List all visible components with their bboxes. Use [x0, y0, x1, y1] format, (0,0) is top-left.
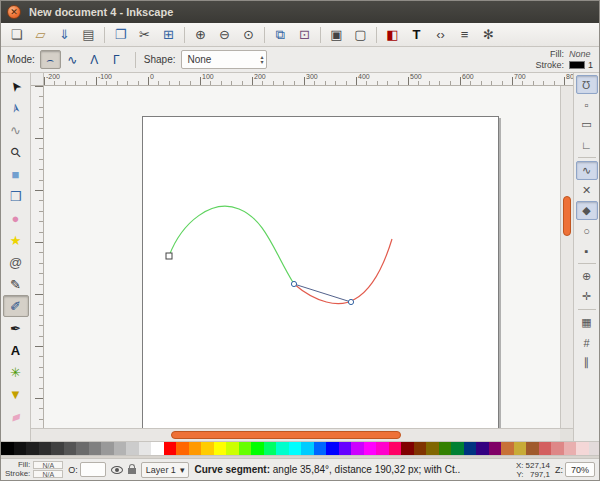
path-circle-node[interactable] — [348, 299, 353, 304]
zoom-in[interactable]: ⊕ — [189, 25, 212, 45]
ellipse-tool[interactable]: ● — [3, 207, 29, 229]
snap-toggle[interactable]: Ω — [576, 75, 598, 94]
snap-bbox-edges[interactable]: ▭ — [576, 115, 598, 134]
paste[interactable]: ⊞ — [157, 25, 180, 45]
horizontal-scrollbar[interactable] — [44, 429, 560, 441]
control-handle-line[interactable] — [294, 284, 351, 302]
zoom-control[interactable]: Z: 70% — [555, 462, 595, 477]
paint-bucket-tool[interactable]: ▼ — [3, 383, 29, 405]
zoom-page[interactable]: ⊙ — [237, 25, 260, 45]
palette-swatch[interactable] — [576, 442, 589, 455]
palette-swatch[interactable] — [464, 442, 477, 455]
palette-swatch[interactable] — [376, 442, 389, 455]
snap-bbox[interactable]: ▫ — [576, 95, 598, 114]
copy[interactable]: ❐ — [109, 25, 132, 45]
opacity-control[interactable]: O: — [68, 462, 106, 477]
snap-grids[interactable]: # — [576, 333, 598, 352]
star-tool[interactable]: ★ — [3, 229, 29, 251]
palette-swatch[interactable] — [489, 442, 502, 455]
palette-swatch[interactable] — [114, 442, 127, 455]
mode-paraxial-lines[interactable]: Γ — [106, 50, 127, 69]
zoom-out[interactable]: ⊖ — [213, 25, 236, 45]
palette-swatch[interactable] — [539, 442, 552, 455]
close-button[interactable]: ✕ — [7, 5, 21, 19]
palette-swatch[interactable] — [26, 442, 39, 455]
stroke-color-swatch[interactable] — [569, 61, 585, 69]
vertical-ruler[interactable] — [31, 86, 44, 428]
spin-down-icon[interactable]: ▾ — [260, 60, 263, 65]
snap-cusp-nodes[interactable]: ◆ — [576, 201, 598, 220]
palette-swatch[interactable] — [314, 442, 327, 455]
palette-swatch[interactable] — [214, 442, 227, 455]
spiral-tool[interactable]: @ — [3, 251, 29, 273]
text-tool[interactable]: A — [3, 339, 29, 361]
horizontal-ruler[interactable]: -200-1000100200300400500600700800 — [44, 73, 573, 86]
node-tool[interactable]: ➢ — [3, 97, 29, 119]
calligraphy-tool[interactable]: ✒ — [3, 317, 29, 339]
canvas[interactable] — [44, 86, 560, 428]
palette-swatch[interactable] — [276, 442, 289, 455]
palette-swatch[interactable] — [89, 442, 102, 455]
new-document[interactable]: ❏ — [5, 25, 28, 45]
palette-swatch[interactable] — [1, 442, 14, 455]
new-object-style-indicator[interactable]: Fill: None Stroke: 1 — [535, 49, 593, 70]
save-document[interactable]: ⇓ — [53, 25, 76, 45]
mode-bezier[interactable]: ⌢ — [40, 50, 61, 69]
palette-swatch[interactable] — [51, 442, 64, 455]
group-objects[interactable]: ▣ — [325, 25, 348, 45]
vertical-scrollbar-thumb[interactable] — [563, 196, 571, 236]
fill-stroke-dialog[interactable]: ◧ — [381, 25, 404, 45]
palette-swatch[interactable] — [439, 442, 452, 455]
palette-swatch[interactable] — [389, 442, 402, 455]
text-dialog[interactable]: T — [405, 25, 428, 45]
snap-bbox-corners[interactable]: ∟ — [576, 135, 598, 154]
xml-editor[interactable]: ‹› — [429, 25, 452, 45]
titlebar[interactable]: ✕ New document 4 - Inkscape — [1, 1, 599, 23]
path-circle-node[interactable] — [291, 281, 296, 286]
palette-swatch[interactable] — [201, 442, 214, 455]
opacity-input[interactable] — [80, 462, 106, 477]
duplicate[interactable]: ⧉ — [269, 25, 292, 45]
palette-swatch[interactable] — [301, 442, 314, 455]
palette-swatch[interactable] — [76, 442, 89, 455]
zoom-tool[interactable]: ⚲ — [3, 141, 29, 163]
snap-path-intersections[interactable]: ✕ — [576, 181, 598, 200]
snap-object-centers[interactable]: ⊕ — [576, 267, 598, 286]
palette-swatch[interactable] — [501, 442, 514, 455]
palette-swatch[interactable] — [14, 442, 27, 455]
pen-tool[interactable]: ✐ — [3, 295, 29, 317]
palette-swatch[interactable] — [239, 442, 252, 455]
bezier-segment-preview[interactable] — [294, 239, 392, 304]
palette-swatch[interactable] — [164, 442, 177, 455]
spray-tool[interactable]: ✳ — [3, 361, 29, 383]
mode-spiro[interactable]: ∿ — [62, 50, 83, 69]
print[interactable]: ▤ — [77, 25, 100, 45]
box3d-tool[interactable]: ❒ — [3, 185, 29, 207]
snap-rotation-centers[interactable]: ✛ — [576, 287, 598, 306]
palette-swatch[interactable] — [426, 442, 439, 455]
shape-select[interactable]: None ▴ ▾ — [181, 50, 267, 69]
palette-swatch[interactable] — [289, 442, 302, 455]
create-clone[interactable]: ⊡ — [293, 25, 316, 45]
open-folder[interactable]: ▱ — [29, 25, 52, 45]
cut[interactable]: ✂ — [133, 25, 156, 45]
snap-smooth-nodes[interactable]: ○ — [576, 221, 598, 240]
selector-tool[interactable]: ➤ — [3, 75, 29, 97]
fill-stroke-indicator[interactable]: Fill: N/A Stroke: N/A — [5, 461, 63, 478]
zoom-input[interactable]: 70% — [565, 462, 595, 477]
palette-swatch[interactable] — [151, 442, 164, 455]
path-square-node[interactable] — [166, 253, 172, 259]
palette-swatch[interactable] — [564, 442, 577, 455]
bezier-path-drawn[interactable] — [169, 206, 294, 284]
layer-lock-icon[interactable] — [128, 468, 136, 474]
eraser-tool[interactable]: ▰ — [3, 405, 29, 427]
rectangle-tool[interactable]: ■ — [3, 163, 29, 185]
preferences[interactable]: ✻ — [477, 25, 500, 45]
palette-swatch[interactable] — [251, 442, 264, 455]
layer-selector[interactable]: Layer 1 ▾ — [141, 462, 190, 478]
palette-swatch[interactable] — [326, 442, 339, 455]
snap-paths[interactable]: ∿ — [576, 161, 598, 180]
palette-swatch[interactable] — [339, 442, 352, 455]
palette-swatch[interactable] — [451, 442, 464, 455]
palette-swatch[interactable] — [139, 442, 152, 455]
